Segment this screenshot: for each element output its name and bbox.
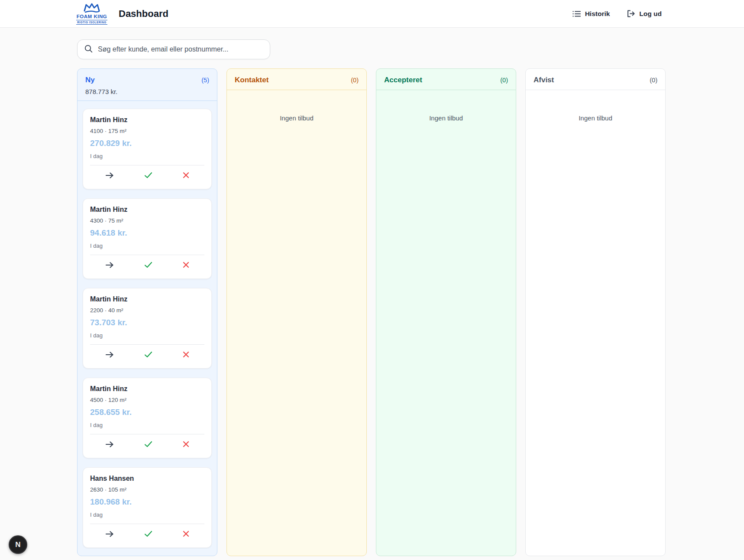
empty-column-text: Ingen tilbud (531, 98, 660, 122)
offer-price: 180.968 kr. (90, 497, 204, 507)
x-icon (183, 262, 189, 269)
logout-button[interactable]: Log ud (627, 10, 662, 18)
board-column-kontaktet: Kontaktet (0) Ingen tilbud (226, 68, 367, 556)
offer-price: 258.655 kr. (90, 408, 204, 417)
check-icon (144, 172, 152, 180)
column-body: Martin Hinz 4100 · 175 m² 270.829 kr. I … (78, 101, 217, 556)
customer-name: Martin Hinz (90, 385, 204, 393)
check-icon (144, 262, 152, 269)
column-header: Kontaktet (0) (227, 69, 366, 90)
column-body: Ingen tilbud (526, 90, 665, 556)
offer-card[interactable]: Martin Hinz 4500 · 120 m² 258.655 kr. I … (83, 378, 212, 458)
x-icon (183, 351, 189, 359)
offer-date: I dag (90, 422, 204, 428)
dev-badge[interactable]: N (9, 535, 27, 554)
logout-label: Log ud (639, 10, 662, 18)
check-icon (144, 531, 152, 538)
arrow-right-icon (105, 262, 114, 270)
accept-button[interactable] (140, 259, 157, 272)
check-icon (144, 441, 152, 449)
x-icon (183, 531, 189, 538)
app-header: FOAM KING RIGTIG ISOLERING Dashboard His… (0, 0, 744, 28)
reject-button[interactable] (178, 349, 194, 362)
column-count: (5) (201, 77, 209, 84)
column-count: (0) (650, 77, 657, 84)
search-input[interactable] (98, 45, 263, 53)
logout-icon (627, 10, 635, 17)
customer-name: Martin Hinz (90, 295, 204, 303)
arrow-right-icon (105, 531, 114, 539)
reject-button[interactable] (178, 169, 194, 182)
column-title: Accepteret (384, 76, 422, 84)
offer-card[interactable]: Hans Hansen 2630 · 105 m² 180.968 kr. I … (83, 467, 212, 548)
app-logo: FOAM KING RIGTIG ISOLERING (76, 3, 107, 25)
kanban-board: Ny (5) 878.773 kr. Martin Hinz 4100 · 17… (77, 68, 744, 556)
offer-price: 73.703 kr. (90, 318, 204, 327)
card-actions (90, 435, 204, 454)
offer-price: 270.829 kr. (90, 139, 204, 148)
check-icon (144, 351, 152, 359)
accept-button[interactable] (140, 438, 157, 451)
arrow-right-icon (105, 351, 114, 359)
customer-name: Martin Hinz (90, 116, 204, 124)
main-content: Ny (5) 878.773 kr. Martin Hinz 4100 · 17… (0, 28, 744, 556)
column-title: Afvist (534, 76, 554, 84)
move-forward-button[interactable] (101, 259, 118, 272)
empty-column-text: Ingen tilbud (382, 98, 511, 122)
move-forward-button[interactable] (101, 438, 118, 452)
column-title: Kontaktet (235, 76, 268, 84)
column-count: (0) (500, 77, 508, 84)
card-divider (90, 344, 204, 345)
move-forward-button[interactable] (101, 349, 118, 362)
board-column-afvist: Afvist (0) Ingen tilbud (525, 68, 666, 556)
offer-meta: 2630 · 105 m² (90, 486, 204, 493)
offer-meta: 4500 · 120 m² (90, 397, 204, 403)
offer-date: I dag (90, 511, 204, 518)
move-forward-button[interactable] (101, 169, 118, 183)
search-icon (84, 45, 93, 55)
accept-button[interactable] (140, 528, 157, 541)
card-actions (90, 525, 204, 544)
card-actions (90, 166, 204, 185)
offer-meta: 2200 · 40 m² (90, 307, 204, 314)
accept-button[interactable] (140, 349, 157, 362)
accept-button[interactable] (140, 169, 157, 182)
page-title: Dashboard (119, 8, 168, 19)
column-count: (0) (351, 77, 359, 84)
customer-name: Martin Hinz (90, 206, 204, 214)
column-header: Accepteret (0) (376, 69, 516, 90)
card-divider (90, 434, 204, 434)
column-body: Ingen tilbud (227, 90, 366, 556)
card-actions (90, 346, 204, 365)
historik-label: Historik (585, 10, 610, 18)
x-icon (183, 441, 189, 449)
offer-date: I dag (90, 243, 204, 249)
list-icon (573, 10, 581, 17)
offer-card[interactable]: Martin Hinz 4100 · 175 m² 270.829 kr. I … (83, 109, 212, 189)
column-header: Ny (5) 878.773 kr. (78, 69, 217, 101)
column-body: Ingen tilbud (376, 90, 516, 556)
reject-button[interactable] (178, 528, 194, 541)
offer-meta: 4300 · 75 m² (90, 217, 204, 224)
board-column-ny: Ny (5) 878.773 kr. Martin Hinz 4100 · 17… (77, 68, 217, 556)
reject-button[interactable] (178, 259, 194, 272)
reject-button[interactable] (178, 438, 194, 451)
card-actions (90, 256, 204, 275)
offer-meta: 4100 · 175 m² (90, 128, 204, 134)
header-actions: Historik Log ud (573, 10, 662, 18)
offer-price: 94.618 kr. (90, 228, 204, 238)
offer-card[interactable]: Martin Hinz 2200 · 40 m² 73.703 kr. I da… (83, 288, 212, 369)
move-forward-button[interactable] (101, 528, 118, 541)
offer-date: I dag (90, 153, 204, 159)
column-title: Ny (85, 76, 95, 84)
card-divider (90, 255, 204, 255)
historik-button[interactable]: Historik (573, 10, 610, 18)
logo-name: FOAM KING (77, 14, 107, 19)
offer-card[interactable]: Martin Hinz 4300 · 75 m² 94.618 kr. I da… (83, 198, 212, 279)
logo-tagline: RIGTIG ISOLERING (76, 20, 107, 25)
arrow-right-icon (105, 441, 114, 449)
x-icon (183, 172, 189, 180)
card-divider (90, 165, 204, 165)
search-bar (77, 39, 270, 59)
crown-logo-icon (82, 3, 102, 14)
